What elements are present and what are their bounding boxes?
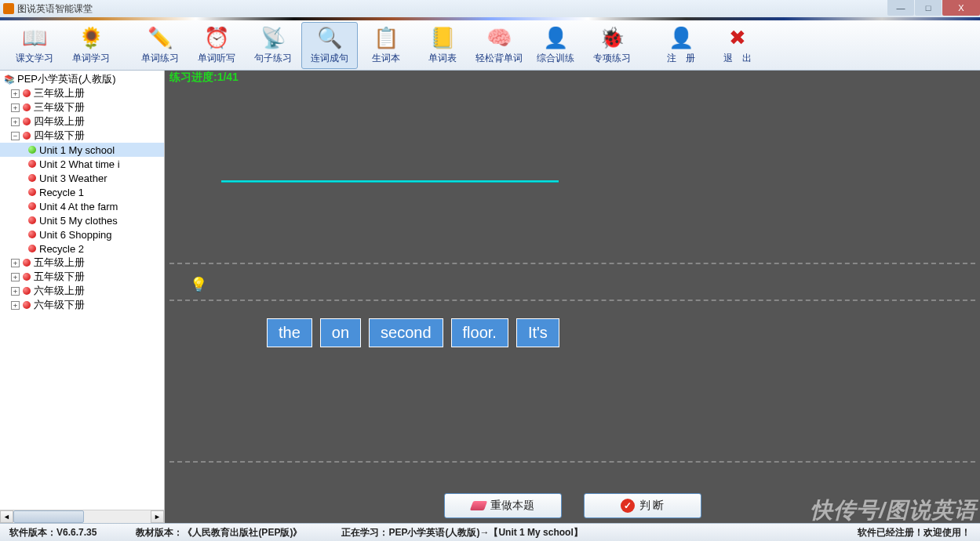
toolbar-new-words[interactable]: 📋生词本	[358, 22, 414, 69]
close-button[interactable]: X	[942, 0, 980, 16]
word-tile-1[interactable]: on	[320, 318, 361, 347]
book-label: 六年级下册	[34, 298, 85, 312]
exit-icon: ✖	[725, 26, 750, 51]
tree-hscrollbar[interactable]: ◄ ►	[0, 510, 164, 523]
word-tile-4[interactable]: It's	[516, 318, 559, 347]
comprehensive-icon: 👤	[543, 26, 568, 51]
word-practice-icon: ✏️	[148, 26, 173, 51]
toolbar-word-list[interactable]: 📒单词表	[414, 22, 471, 69]
toggle-icon[interactable]: −	[11, 132, 20, 140]
unit-dot-icon	[28, 231, 36, 238]
tree-unit-3-1[interactable]: Unit 2 What time i	[0, 157, 164, 171]
word-tile-2[interactable]: second	[369, 318, 443, 347]
word-tile-3[interactable]: floor.	[451, 318, 508, 347]
tree-book-0[interactable]: +三年级上册	[0, 86, 164, 100]
minimize-button[interactable]: —	[887, 0, 914, 16]
divider-dash-1	[169, 263, 975, 264]
hint-bulb-icon[interactable]: 💡	[190, 276, 207, 293]
word-dictation-icon: ⏰	[204, 26, 229, 51]
unit-label: Recycle 1	[39, 187, 84, 198]
scroll-track[interactable]	[13, 510, 151, 523]
maximize-button[interactable]: □	[915, 0, 942, 16]
book-label: 六年级上册	[34, 284, 85, 298]
toolbar-comprehensive[interactable]: 👤综合训练	[527, 22, 584, 69]
toggle-icon[interactable]: +	[11, 89, 20, 98]
word-dictation-label: 单词听写	[198, 52, 235, 65]
book-label: 五年级下册	[34, 270, 85, 284]
toggle-icon[interactable]: +	[11, 301, 20, 310]
tree-root[interactable]: 📚PEP小学英语(人教版)	[0, 72, 164, 86]
eraser-icon	[469, 501, 486, 510]
word-tiles-row: theonsecondfloor.It's	[267, 318, 559, 347]
tree-unit-3-6[interactable]: Unit 6 Shopping	[0, 227, 164, 241]
tree-unit-3-0[interactable]: Unit 1 My school	[0, 143, 164, 157]
unit-label: Unit 6 Shopping	[39, 229, 112, 241]
text-study-label: 课文学习	[16, 52, 53, 65]
toolbar-exit[interactable]: ✖退 出	[709, 22, 766, 69]
redo-button[interactable]: 重做本题	[444, 493, 562, 518]
divider-dash-2	[169, 300, 975, 301]
scroll-thumb[interactable]	[13, 510, 84, 523]
toolbar-word-dictation[interactable]: ⏰单词听写	[188, 22, 245, 69]
tree-unit-3-4[interactable]: Unit 4 At the farm	[0, 199, 164, 213]
status-studying: 正在学习：PEP小学英语(人教版)→【Unit 1 My school】	[341, 526, 582, 539]
toggle-icon[interactable]: +	[11, 103, 20, 112]
word-tile-0[interactable]: the	[267, 318, 312, 347]
unit-label: Unit 2 What time i	[39, 158, 120, 170]
redo-label: 重做本题	[490, 499, 534, 513]
tree-book-5[interactable]: +五年级下册	[0, 270, 164, 284]
unit-dot-icon	[28, 174, 36, 182]
toolbar-word-to-sentence[interactable]: 🔍连词成句	[301, 22, 358, 69]
toolbar-special[interactable]: 🐞专项练习	[584, 22, 640, 69]
judge-button[interactable]: ✓ 判 断	[584, 493, 701, 518]
tree-unit-3-5[interactable]: Unit 5 My clothes	[0, 213, 164, 227]
tree-book-3[interactable]: −四年级下册	[0, 129, 164, 143]
toggle-icon[interactable]: +	[11, 118, 20, 126]
tree-unit-3-3[interactable]: Recycle 1	[0, 185, 164, 199]
toolbar-easy-recite[interactable]: 🧠轻松背单词	[471, 22, 527, 69]
toggle-icon[interactable]: +	[11, 273, 20, 281]
exit-label: 退 出	[723, 52, 752, 65]
book-label: 四年级上册	[34, 114, 85, 129]
status-version: 软件版本：V6.6.7.35	[9, 526, 97, 539]
tree-unit-3-2[interactable]: Unit 3 Weather	[0, 171, 164, 185]
sentence-practice-label: 句子练习	[254, 52, 292, 65]
special-label: 专项练习	[593, 52, 631, 65]
unit-dot-icon	[28, 202, 36, 210]
tree-book-1[interactable]: +三年级下册	[0, 100, 164, 114]
toolbar-register[interactable]: 👤注 册	[653, 22, 709, 69]
tree-book-6[interactable]: +六年级上册	[0, 284, 164, 298]
word-study-icon: 🌻	[78, 26, 104, 51]
unit-label: Unit 4 At the farm	[39, 201, 118, 212]
unit-dot-icon	[28, 188, 36, 196]
tree-book-7[interactable]: +六年级下册	[0, 298, 164, 312]
book-icon: 📚	[4, 74, 15, 85]
toolbar-sentence-practice[interactable]: 📡句子练习	[245, 22, 301, 69]
unit-label: Unit 5 My clothes	[39, 215, 118, 227]
scroll-left-arrow[interactable]: ◄	[0, 510, 13, 523]
book-label: 四年级下册	[34, 129, 85, 143]
toggle-icon[interactable]: +	[11, 259, 20, 267]
book-dot-icon	[23, 273, 31, 281]
toolbar-word-practice[interactable]: ✏️单词练习	[132, 22, 188, 69]
new-words-label: 生词本	[372, 52, 400, 65]
tree-unit-3-7[interactable]: Recycle 2	[0, 241, 164, 256]
tree-book-4[interactable]: +五年级上册	[0, 256, 164, 270]
text-study-icon: 📖	[22, 26, 47, 51]
main-toolbar: 📖课文学习🌻单词学习✏️单词练习⏰单词听写📡句子练习🔍连词成句📋生词本📒单词表🧠…	[0, 20, 980, 71]
book-dot-icon	[23, 89, 31, 97]
action-button-row: 重做本题 ✓ 判 断	[165, 493, 980, 518]
status-textbook: 教材版本：《人民教育出版社(PEP版)》	[136, 526, 302, 539]
register-label: 注 册	[667, 52, 695, 65]
tree-book-2[interactable]: +四年级上册	[0, 114, 164, 129]
sentence-practice-icon: 📡	[260, 26, 286, 51]
check-icon: ✓	[621, 499, 635, 513]
toggle-icon[interactable]: +	[11, 287, 20, 296]
scroll-right-arrow[interactable]: ►	[151, 510, 164, 523]
toolbar-text-study[interactable]: 📖课文学习	[6, 22, 63, 69]
course-tree: 📚PEP小学英语(人教版)+三年级上册+三年级下册+四年级上册−四年级下册Uni…	[0, 71, 164, 314]
unit-dot-icon	[28, 146, 36, 154]
app-icon	[3, 3, 14, 14]
toolbar-word-study[interactable]: 🌻单词学习	[63, 22, 119, 69]
window-controls: — □ X	[887, 0, 980, 16]
